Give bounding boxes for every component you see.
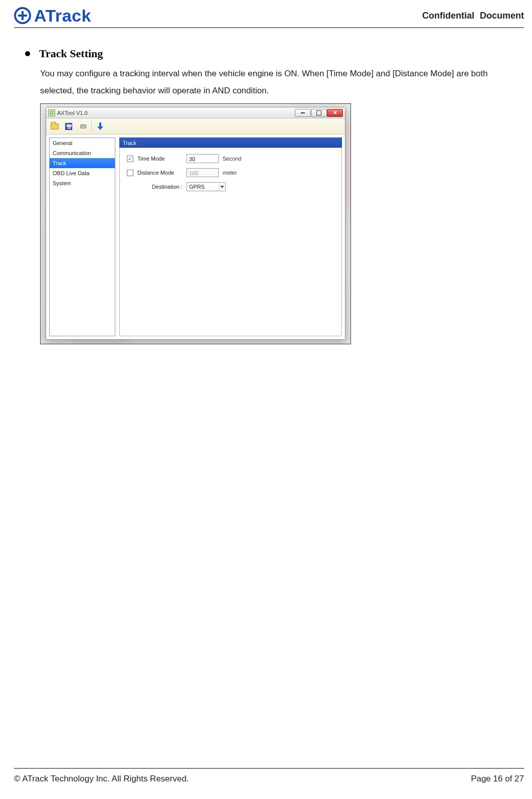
save-button[interactable] (62, 120, 75, 132)
plug-icon (79, 123, 86, 130)
doc-footer: © ATrack Technology Inc. All Rights Rese… (14, 768, 524, 784)
brand-logo-icon (14, 7, 31, 24)
brand-name: ATrack (34, 6, 91, 26)
destination-row: Destination : GPRS (127, 182, 334, 191)
download-button[interactable] (94, 120, 107, 132)
window-close-button[interactable] (327, 109, 343, 117)
distance-mode-checkbox[interactable] (127, 170, 133, 176)
toolbar-separator (91, 121, 92, 132)
destination-label: Destination : (137, 184, 183, 190)
time-mode-row: Time Mode 30 Second (127, 154, 334, 163)
app-icon (48, 109, 55, 116)
open-button[interactable] (48, 120, 61, 132)
time-mode-checkbox[interactable] (127, 156, 133, 162)
destination-select[interactable]: GPRS (187, 182, 226, 191)
sidebar-item-communication[interactable]: Communication (50, 148, 115, 158)
window-minimize-button[interactable] (295, 109, 311, 117)
sidebar-item-system[interactable]: System (50, 178, 115, 188)
sidebar-item-obd-live-data[interactable]: OBD Live Data (50, 168, 115, 178)
brand: ATrack (14, 6, 91, 26)
window-maximize-button[interactable] (311, 109, 327, 117)
distance-mode-unit: meter (223, 170, 237, 176)
panel-body: Time Mode 30 Second Distance Mode 100 me… (119, 148, 342, 336)
sidebar-item-general[interactable]: General (50, 138, 115, 148)
window-titlebar[interactable]: AXTool V1.0 (46, 107, 345, 118)
chevron-down-icon (219, 183, 224, 190)
app-window: AXTool V1.0 Ge (46, 107, 345, 340)
folder-icon (51, 123, 59, 129)
distance-mode-label: Distance Mode (137, 170, 183, 176)
copyright: © ATrack Technology Inc. All Rights Rese… (14, 774, 189, 784)
panel-title: Track (119, 138, 342, 148)
time-mode-label: Time Mode (137, 156, 183, 162)
screenshot-frame: AXTool V1.0 Ge (40, 103, 351, 344)
connect-button[interactable] (76, 120, 89, 132)
destination-value: GPRS (189, 184, 205, 190)
sidebar: General Communication Track OBD Live Dat… (49, 138, 115, 336)
section-title: Track Setting (39, 47, 103, 60)
toolbar (46, 118, 345, 135)
window-title: AXTool V1.0 (57, 110, 88, 116)
sidebar-item-track[interactable]: Track (50, 158, 115, 168)
doc-header: ATrack Confidential Document (14, 0, 524, 28)
bullet-icon (25, 51, 30, 56)
confidential-label: Confidential Document (422, 11, 524, 21)
arrow-down-icon (96, 122, 104, 130)
save-icon (65, 123, 72, 130)
distance-mode-row: Distance Mode 100 meter (127, 168, 334, 177)
time-mode-unit: Second (223, 156, 241, 162)
page-number: Page 16 of 27 (471, 774, 524, 784)
distance-mode-input[interactable]: 100 (187, 168, 219, 177)
section-body: You may configure a tracking interval wh… (40, 65, 524, 99)
time-mode-input[interactable]: 30 (187, 154, 219, 163)
